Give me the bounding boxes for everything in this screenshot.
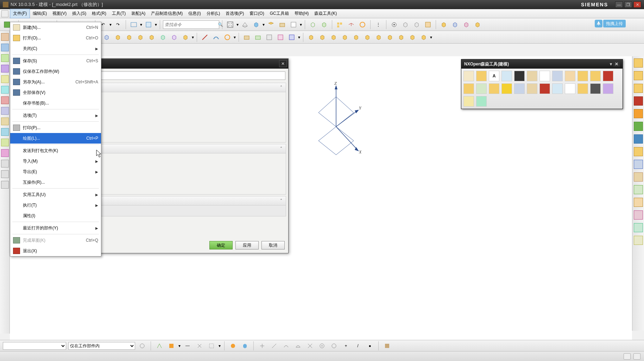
bt7[interactable] [228, 341, 238, 351]
t2-d3[interactable] [264, 32, 274, 42]
vbtn-5[interactable] [1, 75, 9, 83]
fbtn[interactable] [565, 71, 575, 81]
tool-g2[interactable] [319, 20, 329, 30]
ok-button[interactable]: 确定 [209, 241, 233, 249]
file-menu-item[interactable]: 导出(E)▶ [10, 166, 101, 177]
t2-e7[interactable] [374, 32, 384, 42]
t2-e8[interactable] [385, 32, 395, 42]
t2-c3[interactable] [124, 32, 134, 42]
menu-pmi[interactable]: 产品制造信息(M) [148, 9, 185, 18]
tool-r3[interactable] [412, 20, 422, 30]
rv14[interactable] [634, 223, 643, 232]
fbtn[interactable] [539, 71, 550, 81]
bottom-select-2[interactable]: 仅在工作部件内 [68, 342, 135, 350]
file-menu-item[interactable]: 打开(O)...Ctrl+O [10, 33, 101, 43]
vbtn-10[interactable] [1, 128, 9, 136]
bt4[interactable] [183, 341, 192, 351]
bt3[interactable] [166, 341, 176, 351]
fbtn[interactable] [514, 71, 525, 81]
menu-edit[interactable]: 编辑(E) [30, 9, 50, 18]
fbtn[interactable] [463, 96, 474, 107]
vbtn-6[interactable] [1, 86, 9, 94]
t2-d4[interactable] [276, 32, 285, 42]
menu-view[interactable]: 视图(V) [50, 9, 69, 18]
fbtn[interactable] [590, 83, 601, 94]
t2-d1[interactable] [242, 32, 252, 42]
file-menu-item[interactable]: 导入(M)▶ [10, 156, 101, 166]
bt8[interactable] [240, 341, 250, 351]
tool-a2[interactable] [144, 20, 153, 30]
menu-info[interactable]: 信息(I) [185, 9, 203, 18]
fbtn[interactable] [514, 83, 525, 94]
file-menu-item[interactable]: 保存书签(B)... [10, 98, 101, 108]
floater-titlebar[interactable]: NXOpen森焱工具(建模) ▾ ✕ [461, 59, 623, 69]
tool-s1[interactable] [335, 20, 345, 30]
rv4[interactable] [634, 96, 643, 106]
rv10[interactable] [634, 172, 643, 182]
file-menu-item[interactable]: 最近打开的部件(Y)▶ [10, 223, 101, 233]
tool-g1[interactable] [308, 20, 318, 30]
t2-e6[interactable] [362, 32, 372, 42]
snap-point[interactable] [257, 341, 267, 351]
file-menu-item[interactable]: 绘图(L)...Ctrl+P [10, 133, 101, 144]
rv13[interactable] [634, 210, 643, 220]
t2-e2[interactable] [317, 32, 327, 42]
menu-senyan[interactable]: 森焱工具(K) [311, 9, 340, 18]
file-menu-item[interactable]: 属性(I) [10, 210, 101, 221]
vbtn-7[interactable] [1, 96, 9, 104]
rv8[interactable] [634, 147, 643, 156]
snap-quadrant[interactable] [329, 341, 339, 351]
file-menu-item[interactable]: 打印(P)... [10, 122, 101, 133]
tool-layer2[interactable] [289, 20, 298, 30]
restore-button[interactable]: ❐ [624, 1, 632, 8]
t2-c7[interactable] [169, 32, 179, 42]
file-menu-item[interactable]: 实用工具(U)▶ [10, 189, 101, 200]
rv5[interactable] [634, 109, 643, 118]
vbtn-15[interactable] [1, 181, 9, 189]
floater-close-icon[interactable]: ✕ [613, 62, 620, 66]
fbtn[interactable] [527, 71, 537, 81]
t2-d5[interactable] [287, 32, 297, 42]
snap-slash[interactable]: / [353, 341, 363, 351]
menu-analysis[interactable]: 分析(L) [204, 9, 223, 18]
t2-d2[interactable] [253, 32, 263, 42]
fbtn[interactable] [501, 71, 512, 81]
tool-cube1[interactable] [251, 20, 261, 30]
file-menu-item[interactable]: 全部保存(V) [10, 87, 101, 98]
dialog-close-button[interactable]: ✕ [279, 60, 287, 67]
rv1[interactable] [634, 58, 643, 68]
t2-c1[interactable] [102, 32, 112, 42]
menu-insert[interactable]: 插入(S) [69, 9, 89, 18]
rv3[interactable] [634, 84, 643, 93]
snap-arc[interactable] [281, 341, 291, 351]
t2-c4[interactable] [135, 32, 145, 42]
rv15[interactable] [634, 236, 643, 245]
t2-circle[interactable] [222, 32, 232, 42]
bottom-select-1[interactable] [3, 342, 66, 350]
file-menu-item[interactable]: 保存(S)Ctrl+S [10, 56, 101, 66]
tool-more[interactable]: ⋮ [373, 20, 383, 30]
minimize-button[interactable]: — [615, 1, 623, 8]
tool-r2[interactable] [400, 20, 410, 30]
vbtn-3[interactable] [1, 54, 9, 62]
fbtn[interactable] [590, 71, 601, 81]
tool-sheet[interactable] [266, 20, 276, 30]
tool-fit[interactable] [225, 20, 235, 30]
fbtn[interactable] [552, 71, 563, 81]
menu-file[interactable]: 文件(F) [10, 9, 30, 18]
bt2[interactable] [154, 341, 164, 351]
cancel-button[interactable]: 取消 [261, 241, 285, 249]
menu-gc[interactable]: GC工具箱 [267, 9, 292, 18]
fbtn[interactable] [603, 71, 613, 81]
tool-wire[interactable] [240, 20, 250, 30]
fbtn[interactable] [463, 83, 474, 94]
file-menu-item[interactable]: 执行(T)▶ [10, 200, 101, 210]
snap-intersect[interactable] [305, 341, 315, 351]
search-input[interactable] [165, 22, 218, 27]
vbtn-11[interactable] [1, 139, 9, 146]
vbtn-9[interactable] [1, 118, 9, 125]
tool-r4[interactable] [423, 20, 433, 30]
fbtn[interactable] [476, 96, 487, 107]
vbtn-14[interactable] [1, 170, 9, 178]
rv2[interactable] [634, 71, 643, 80]
